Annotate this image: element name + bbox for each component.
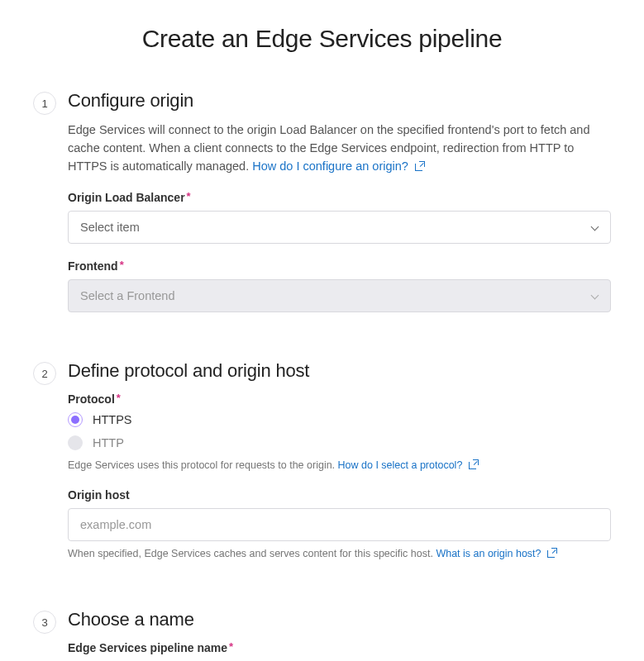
pipeline-name-label: Edge Services pipeline name* (68, 640, 611, 654)
radio-icon (68, 412, 83, 427)
required-indicator: * (117, 392, 121, 404)
protocol-label: Protocol* (68, 392, 611, 406)
step-number: 1 (33, 92, 56, 115)
chevron-down-icon (590, 223, 599, 231)
frontend-select: Select a Frontend (68, 279, 611, 312)
origin-host-help-link[interactable]: What is an origin host? (436, 548, 556, 559)
help-link-text: What is an origin host? (436, 548, 541, 559)
required-indicator: * (187, 190, 191, 202)
hint-text: Edge Services uses this protocol for req… (68, 459, 338, 471)
external-link-icon (415, 162, 424, 171)
step-choose-name: 3 Choose a name Edge Services pipeline n… (33, 609, 611, 661)
step-title: Choose a name (68, 609, 611, 630)
configure-origin-help-link[interactable]: How do I configure an origin? (252, 159, 424, 173)
external-link-icon (547, 549, 556, 558)
step-configure-origin: 1 Configure origin Edge Services will co… (33, 90, 611, 327)
protocol-hint: Edge Services uses this protocol for req… (68, 459, 611, 473)
radio-label: HTTPS (93, 413, 132, 426)
step-description: Edge Services will connect to the origin… (68, 121, 611, 175)
step-number: 2 (33, 362, 56, 385)
origin-lb-select[interactable]: Select item (68, 211, 611, 244)
chevron-down-icon (590, 292, 599, 300)
step-title: Configure origin (68, 90, 611, 112)
origin-host-input-wrapper (68, 508, 611, 541)
frontend-label: Frontend* (68, 259, 611, 273)
select-placeholder: Select a Frontend (80, 289, 174, 302)
protocol-help-link[interactable]: How do I select a protocol? (338, 459, 478, 471)
label-text: Edge Services pipeline name (68, 641, 227, 654)
hint-text: When specified, Edge Services caches and… (68, 548, 436, 559)
page-title: Create an Edge Services pipeline (33, 25, 611, 53)
label-text: Origin Load Balancer (68, 191, 185, 204)
help-link-text: How do I select a protocol? (338, 459, 463, 471)
label-text: Origin host (68, 488, 130, 502)
radio-icon (68, 435, 83, 450)
external-link-icon (469, 460, 478, 469)
help-link-text: How do I configure an origin? (252, 159, 408, 173)
step-title: Define protocol and origin host (68, 360, 611, 382)
origin-lb-label: Origin Load Balancer* (68, 190, 611, 204)
radio-label: HTTP (93, 436, 124, 449)
protocol-radio-http[interactable]: HTTP (68, 435, 611, 450)
origin-host-label: Origin host (68, 488, 611, 502)
required-indicator: * (229, 640, 233, 653)
step-define-protocol: 2 Define protocol and origin host Protoc… (33, 360, 611, 576)
select-placeholder: Select item (80, 221, 140, 234)
label-text: Protocol (68, 392, 115, 406)
origin-host-input[interactable] (80, 518, 599, 531)
step-number: 3 (33, 611, 56, 634)
origin-host-hint: When specified, Edge Services caches and… (68, 547, 611, 562)
label-text: Frontend (68, 259, 118, 273)
required-indicator: * (120, 259, 124, 271)
protocol-radio-https[interactable]: HTTPS (68, 412, 611, 427)
